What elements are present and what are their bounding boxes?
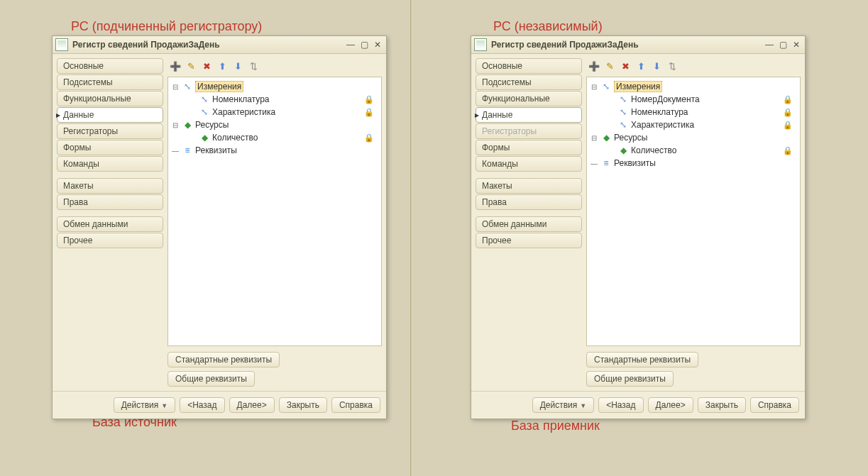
tree-node[interactable]: Номенклатура <box>631 107 688 117</box>
chevron-down-icon: ▼ <box>161 402 167 409</box>
tree-node[interactable]: Характеристика <box>212 107 275 117</box>
tree[interactable]: ⊟⤡Измерения⤡НомерДокумента🔒⤡Номенклатура… <box>586 77 801 346</box>
back-button[interactable]: <Назад <box>598 397 643 413</box>
resource-icon: ◆ <box>618 145 628 155</box>
std-requisites-button[interactable]: Стандартные реквизиты <box>586 352 698 367</box>
sidebar-item[interactable]: Обмен данными <box>57 216 163 232</box>
chevron-down-icon: ▼ <box>580 402 586 409</box>
lock-icon: 🔒 <box>364 108 374 117</box>
sidebar-item[interactable]: Макеты <box>476 178 582 194</box>
tree-node-requisites[interactable]: Реквизиты <box>195 145 237 155</box>
sidebar-item[interactable]: Функциональные опции <box>57 91 163 106</box>
lock-icon: 🔒 <box>783 146 793 155</box>
collapse-icon[interactable]: ⊟ <box>590 134 598 142</box>
edit-icon[interactable]: ✎ <box>185 60 197 72</box>
maximize-button[interactable]: ▢ <box>358 40 370 50</box>
titlebar[interactable]: Регистр сведений ПродажиЗаДень — ▢ ✕ <box>53 36 386 54</box>
tree-node[interactable]: Номенклатура <box>212 94 270 104</box>
std-requisites-button[interactable]: Стандартные реквизиты <box>167 352 280 367</box>
sort-icon[interactable]: ⇅ <box>666 60 679 72</box>
tree-node-dimensions[interactable]: Измерения <box>614 81 662 92</box>
common-requisites-button[interactable]: Общие реквизиты <box>586 371 674 387</box>
requisite-group-icon: ≡ <box>182 145 192 155</box>
minimize-button[interactable]: — <box>764 40 775 50</box>
close-button[interactable]: ✕ <box>791 40 802 50</box>
add-icon[interactable]: ➕ <box>588 60 600 72</box>
resource-group-icon: ◆ <box>601 133 611 143</box>
tree-node-requisites[interactable]: Реквизиты <box>614 158 656 168</box>
lock-icon: 🔒 <box>783 108 793 117</box>
sidebar-item[interactable]: Права <box>476 194 582 210</box>
sidebar-item[interactable]: Данные <box>476 107 582 123</box>
help-button[interactable]: Справка <box>331 397 380 413</box>
sidebar: ОсновныеПодсистемыФункциональные опцииДа… <box>476 58 582 387</box>
tree-node[interactable]: НомерДокумента <box>631 94 700 104</box>
move-down-icon[interactable]: ⬇ <box>650 60 663 72</box>
sidebar-item[interactable]: Данные <box>57 107 163 123</box>
sidebar-item[interactable]: Прочее <box>57 233 163 248</box>
sort-icon[interactable]: ⇅ <box>247 60 260 72</box>
close-dialog-button[interactable]: Закрыть <box>279 397 327 413</box>
tree-node-resources[interactable]: Ресурсы <box>614 133 647 143</box>
back-button[interactable]: <Назад <box>180 397 224 413</box>
dimension-icon: ⤡ <box>618 107 628 117</box>
sidebar-item[interactable]: Формы <box>476 140 582 155</box>
close-dialog-button[interactable]: Закрыть <box>698 397 746 413</box>
maximize-button[interactable]: ▢ <box>777 40 789 50</box>
sidebar-item[interactable]: Регистраторы <box>57 123 163 139</box>
collapse-icon[interactable]: ⊟ <box>171 121 180 129</box>
sidebar-item[interactable]: Команды <box>476 156 582 172</box>
sidebar-item[interactable]: Формы <box>57 140 163 155</box>
collapse-icon[interactable]: — <box>171 147 180 155</box>
tree-node-resources[interactable]: Ресурсы <box>195 120 229 130</box>
dimension-icon: ⤡ <box>199 94 209 104</box>
window-right: Регистр сведений ПродажиЗаДень — ▢ ✕ Осн… <box>471 35 806 419</box>
collapse-icon[interactable]: ⊟ <box>171 83 180 91</box>
move-up-icon[interactable]: ⬆ <box>634 60 647 72</box>
sidebar-item[interactable]: Функциональные опции <box>476 91 582 106</box>
resource-group-icon: ◆ <box>182 120 192 130</box>
tree[interactable]: ⊟⤡Измерения⤡Номенклатура🔒⤡Характеристика… <box>167 77 382 346</box>
sidebar-item[interactable]: Макеты <box>57 178 163 194</box>
lock-icon: 🔒 <box>364 133 374 143</box>
register-icon <box>474 38 487 51</box>
collapse-icon[interactable]: — <box>590 160 598 167</box>
sidebar-item[interactable]: Подсистемы <box>57 74 163 90</box>
actions-button[interactable]: Действия▼ <box>114 397 176 413</box>
common-requisites-button[interactable]: Общие реквизиты <box>167 371 255 387</box>
sidebar-item[interactable]: Обмен данными <box>476 216 582 232</box>
tree-node[interactable]: Количество <box>631 145 676 155</box>
requisite-group-icon: ≡ <box>601 158 611 168</box>
delete-icon[interactable]: ✖ <box>619 60 632 72</box>
help-button[interactable]: Справка <box>750 397 799 413</box>
edit-icon[interactable]: ✎ <box>603 60 616 72</box>
dimension-icon: ⤡ <box>618 120 628 130</box>
tree-node-dimensions[interactable]: Измерения <box>195 81 243 92</box>
caption-left-top: РС (подчиненный регистратору) <box>71 19 262 34</box>
delete-icon[interactable]: ✖ <box>200 60 213 72</box>
move-down-icon[interactable]: ⬇ <box>231 60 244 72</box>
sidebar-item[interactable]: Прочее <box>476 233 582 248</box>
tree-node[interactable]: Характеристика <box>631 120 694 130</box>
sidebar-item[interactable]: Команды <box>57 156 163 172</box>
sidebar-item[interactable]: Основные <box>57 58 163 74</box>
lock-icon: 🔒 <box>364 95 374 104</box>
actions-button[interactable]: Действия▼ <box>532 397 595 413</box>
titlebar[interactable]: Регистр сведений ПродажиЗаДень — ▢ ✕ <box>471 36 805 54</box>
minimize-button[interactable]: — <box>345 40 356 50</box>
dimension-icon: ⤡ <box>618 94 628 104</box>
sidebar-item[interactable]: Права <box>57 194 163 210</box>
next-button[interactable]: Далее> <box>648 397 693 413</box>
add-icon[interactable]: ➕ <box>169 60 182 72</box>
vertical-separator <box>410 0 412 476</box>
next-button[interactable]: Далее> <box>229 397 275 413</box>
tree-node[interactable]: Количество <box>212 133 258 143</box>
sidebar-item[interactable]: Подсистемы <box>476 74 582 90</box>
toolbar: ➕ ✎ ✖ ⬆ ⬇ ⇅ <box>586 58 801 77</box>
close-button[interactable]: ✕ <box>372 40 383 50</box>
sidebar-item[interactable]: Основные <box>476 58 582 74</box>
collapse-icon[interactable]: ⊟ <box>590 83 598 91</box>
move-up-icon[interactable]: ⬆ <box>216 60 229 72</box>
resource-icon: ◆ <box>199 133 209 143</box>
caption-right-top: РС (независимый) <box>493 19 603 34</box>
